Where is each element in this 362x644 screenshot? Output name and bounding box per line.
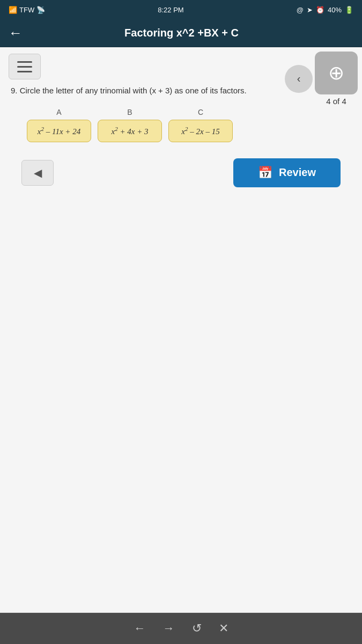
hamburger-line-2 <box>17 66 32 68</box>
hamburger-line-3 <box>17 71 32 72</box>
nav-back-button[interactable]: ← <box>9 25 23 41</box>
option-a-expression: x2 – 11x + 24 <box>38 127 80 136</box>
main-content: ‹ ⊕ 4 of 4 9. Circle the letter of any t… <box>0 47 362 612</box>
option-b-expression: x2 + 4x + 3 <box>111 127 148 136</box>
option-a-box: A x2 – 11x + 24 <box>27 108 91 142</box>
battery-icon: 🔋 <box>345 6 353 14</box>
signal-icon: 📶 <box>9 6 17 14</box>
move-arrows-icon: ⊕ <box>328 63 344 83</box>
browser-bar: ← → ↺ ✕ <box>0 613 362 644</box>
browser-close-button[interactable]: ✕ <box>219 621 228 635</box>
move-widget[interactable]: ⊕ <box>315 52 358 94</box>
review-label: Review <box>279 166 316 179</box>
browser-refresh-button[interactable]: ↺ <box>192 621 202 635</box>
status-time: 8:22 PM <box>158 6 183 14</box>
option-a-label: A <box>56 108 61 116</box>
hamburger-button[interactable] <box>9 54 41 79</box>
option-c-card[interactable]: x2 – 2x – 15 <box>168 120 233 142</box>
nav-title: Factoring x^2 +BX + C <box>31 27 332 39</box>
carrier-label: TFW <box>19 6 34 14</box>
wifi-icon: 📡 <box>36 6 45 14</box>
status-bar: 📶 TFW 📡 8:22 PM @ ➤ ⏰ 40% 🔋 <box>0 0 362 19</box>
option-c-expression: x2 – 2x – 15 <box>181 127 219 136</box>
option-b-card[interactable]: x2 + 4x + 3 <box>98 120 162 142</box>
option-b-label: B <box>127 108 132 116</box>
status-carrier: 📶 TFW 📡 <box>9 6 45 14</box>
top-right-controls: ‹ ⊕ 4 of 4 <box>285 47 362 106</box>
page-counter: 4 of 4 <box>326 97 346 106</box>
gps-icon: ➤ <box>307 6 313 14</box>
option-c-label: C <box>198 108 203 116</box>
option-a-card[interactable]: x2 – 11x + 24 <box>27 120 91 142</box>
bottom-buttons-row: ◀ 📅 Review <box>11 158 351 187</box>
alarm-icon: ⏰ <box>316 6 324 14</box>
browser-forward-button[interactable]: → <box>163 621 175 635</box>
previous-page-button[interactable]: ‹ <box>285 65 313 93</box>
hamburger-line-1 <box>17 61 32 63</box>
location-icon: @ <box>297 6 304 14</box>
browser-back-button[interactable]: ← <box>134 621 146 635</box>
back-arrow-button[interactable]: ◀ <box>21 160 54 186</box>
nav-bar: ← Factoring x^2 +BX + C <box>0 19 362 47</box>
review-button[interactable]: 📅 Review <box>233 158 341 187</box>
back-arrow-icon: ◀ <box>34 166 42 179</box>
calendar-icon: 📅 <box>258 166 272 180</box>
option-c-box: C x2 – 2x – 15 <box>168 108 233 142</box>
battery-label: 40% <box>328 6 342 14</box>
status-right: @ ➤ ⏰ 40% 🔋 <box>297 6 353 14</box>
option-b-box: B x2 + 4x + 3 <box>98 108 162 142</box>
options-row: A x2 – 11x + 24 B x2 + 4x + 3 C x2 – 2x … <box>27 108 351 142</box>
